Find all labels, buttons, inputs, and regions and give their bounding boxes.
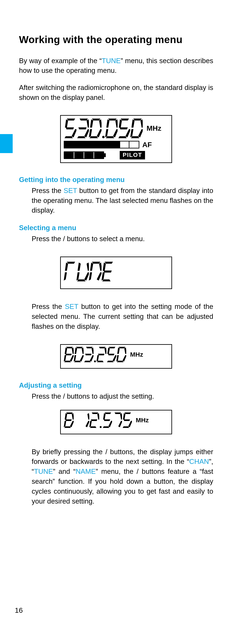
svg-marker-73 [98,354,104,355]
svg-marker-82 [117,361,124,362]
svg-marker-92 [64,421,66,427]
svg-marker-86 [122,355,126,362]
af-bargraph [64,141,139,148]
svg-marker-46 [97,272,101,280]
svg-marker-13 [99,119,101,128]
svg-marker-63 [74,355,76,362]
svg-marker-34 [67,262,75,264]
svg-marker-0 [67,118,75,120]
svg-marker-79 [107,347,110,354]
section-adjusting-setting: Adjusting a setting [19,381,213,389]
svg-marker-53 [64,361,71,362]
svg-marker-38 [78,262,81,271]
svg-marker-28 [134,118,142,120]
svg-marker-87 [66,412,73,414]
keyword-tune: TUNE [102,57,121,64]
svg-marker-58 [70,355,74,362]
svg-marker-112 [124,419,130,421]
document-page: Working with the operating menu By way o… [0,0,228,644]
svg-marker-45 [89,272,92,280]
unit-mhz: MHz [136,416,149,424]
keyword-set: SET [65,302,78,310]
svg-marker-62 [82,347,84,354]
svg-marker-59 [76,347,83,348]
svg-marker-29 [131,136,139,138]
seven-segment-readout [64,412,132,428]
keyword-name: NAME [76,468,96,475]
pilot-indicator: PILOT [120,151,145,160]
text: Press the [32,302,65,310]
af-label: AF [142,140,152,149]
svg-marker-99 [97,413,99,420]
svg-marker-78 [108,354,114,355]
page-title: Working with the operating menu [19,34,213,46]
lcd-display-tune [60,256,172,289]
lcd-display-freq-803: MHz [60,344,172,369]
svg-marker-14 [89,129,92,137]
svg-marker-1 [64,136,73,138]
svg-marker-84 [124,347,126,354]
svg-marker-90 [64,413,67,420]
svg-marker-51 [102,272,105,280]
lcd-display-standard: MHz AF PILOT [60,115,172,163]
svg-marker-56 [72,347,74,354]
svg-point-101 [100,426,102,428]
seven-segment-readout [64,118,143,138]
battery-row: PILOT [64,151,168,160]
svg-marker-11 [90,136,98,138]
svg-marker-76 [109,347,116,348]
svg-marker-60 [74,361,81,362]
svg-marker-55 [64,347,67,354]
svg-marker-18 [106,136,114,138]
svg-marker-81 [119,347,126,348]
svg-marker-33 [138,129,143,137]
svg-marker-93 [70,421,74,427]
svg-marker-57 [64,355,66,362]
text: Press the [32,187,64,194]
lcd-freq-row: MHz [64,118,168,138]
svg-marker-108 [120,413,122,420]
svg-marker-19 [106,119,109,128]
keyword-chan: CHAN [189,458,209,465]
svg-marker-80 [112,355,116,362]
svg-marker-64 [80,355,84,362]
svg-marker-67 [85,354,92,355]
svg-point-16 [102,136,104,138]
svg-marker-32 [130,129,134,137]
svg-marker-85 [116,355,119,362]
svg-marker-8 [86,119,89,128]
svg-marker-102 [104,412,111,414]
svg-marker-69 [90,355,94,362]
svg-marker-94 [88,413,89,420]
svg-marker-52 [66,347,73,348]
selecting-menu-text-2: Press the SET button to get into the set… [32,302,213,332]
svg-marker-103 [103,426,109,428]
svg-marker-39 [86,262,89,271]
svg-marker-111 [123,426,129,428]
svg-marker-30 [131,119,134,128]
adjusting-text-1: Press the / buttons to adjust the settin… [32,392,213,402]
svg-marker-50 [102,262,106,271]
svg-marker-68 [92,347,94,354]
page-number: 16 [15,606,23,614]
text: ” and “ [53,468,76,475]
svg-marker-47 [104,262,113,264]
svg-marker-65 [86,347,93,348]
svg-marker-61 [74,347,77,354]
margin-accent [0,134,13,153]
selecting-menu-text-1: Press the / buttons to select a menu. [32,234,213,244]
svg-marker-6 [77,136,85,138]
svg-marker-4 [72,129,76,137]
battery-cap [104,153,106,157]
svg-marker-37 [77,279,85,281]
svg-marker-9 [84,129,89,137]
svg-marker-98 [91,419,97,421]
svg-marker-89 [65,419,72,421]
lcd-display-freq-812: MHz [60,410,172,434]
svg-marker-10 [92,118,100,120]
svg-marker-3 [65,119,68,128]
svg-marker-105 [103,413,106,420]
svg-marker-17 [108,118,116,120]
svg-marker-2 [66,127,74,129]
svg-marker-44 [99,262,101,271]
